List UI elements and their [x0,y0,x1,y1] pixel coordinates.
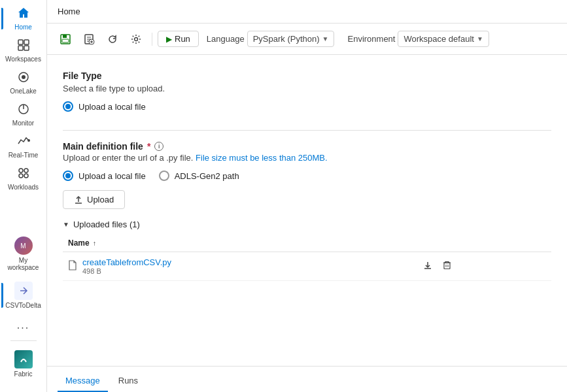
svg-point-9 [19,169,23,172]
main-def-adls-label: ADLS-Gen2 path [175,171,239,181]
sidebar-item-monitor-label: Monitor [12,120,34,127]
main-def-title: Main definition file [63,141,143,152]
sidebar-item-workspaces-label: Workspaces [5,56,41,63]
svg-rect-14 [63,35,67,38]
file-type-title: File Type [63,71,551,81]
language-chevron-icon: ▼ [322,35,329,42]
sidebar-item-onelake[interactable]: OneLake [1,67,46,99]
uploaded-header[interactable]: ▼ Uploaded files (1) [63,220,551,229]
language-value: PySpark (Python) [253,34,320,44]
tab-runs-label: Runs [118,376,138,385]
tab-message-label: Message [65,376,100,385]
sidebar-item-monitor[interactable]: Monitor [1,99,46,131]
svg-point-11 [19,174,23,178]
language-select[interactable]: PySpark (Python) ▼ [247,31,335,47]
save-button[interactable] [55,29,76,50]
env-group: Environment Workspace default ▼ [347,31,489,47]
desc-highlight: File size must be less than 250MB. [196,153,328,163]
main-def-adls-option[interactable]: ADLS-Gen2 path [159,171,239,181]
file-type-local-radio[interactable] [63,101,73,112]
page-title: Home [58,7,80,16]
upload-label: Upload [87,195,114,204]
home-icon [17,7,30,22]
main-def-desc: Upload or enter the url of a .py file. F… [63,153,551,163]
main-def-section: Main definition file * i Upload or enter… [63,141,551,286]
avatar: M [14,237,33,255]
svg-point-10 [24,169,28,172]
delete-button[interactable] [440,259,454,273]
toolbar-divider [152,33,152,46]
main-def-local-radio[interactable] [63,171,73,181]
run-label: Run [175,34,190,44]
svg-rect-15 [62,39,69,42]
file-actions-cell [415,252,551,281]
env-value: Workspace default [404,34,473,44]
tab-runs[interactable]: Runs [111,370,146,392]
language-label: Language [207,34,245,44]
refresh-button[interactable] [102,29,123,50]
file-size: 498 B [82,267,171,275]
sidebar-item-csvtodelta[interactable]: CSVToDelta [1,278,46,313]
main-def-local-radio-fill [65,173,71,178]
tab-message[interactable]: Message [58,370,108,392]
sidebar-item-more[interactable]: ... [1,316,46,335]
file-name-cell: createTablefromCSV.py 498 B [63,252,415,281]
settings-button[interactable] [126,29,146,50]
col-name[interactable]: Name ↑ [63,235,415,252]
sidebar-divider [10,340,37,341]
env-label: Environment [347,34,395,44]
env-chevron-icon: ▼ [477,35,483,42]
file-type-local-option[interactable]: Upload a local file [63,101,551,112]
svg-point-23 [135,37,138,41]
sidebar-item-realtime[interactable]: Real-Time [1,131,46,163]
uploaded-chevron-icon: ▼ [63,221,69,228]
col-actions [415,235,551,252]
file-icon [68,260,77,272]
sidebar-item-csvtodelta-label: CSVToDelta [5,302,41,309]
svg-rect-0 [18,40,23,44]
workspaces-icon [17,39,30,54]
run-icon: ▶ [166,35,172,44]
run-button[interactable]: ▶ Run [158,31,199,47]
svg-point-8 [27,139,30,142]
sidebar-item-home[interactable]: Home [1,3,46,35]
csvtodelta-icon [14,282,33,300]
content-area: File Type Select a file type to upload. … [47,55,567,366]
main-def-label: Main definition file * i [63,141,551,152]
info-icon[interactable]: i [154,142,163,151]
bottom-tabs: Message Runs [47,366,567,392]
sidebar-item-myworkspace[interactable]: M My workspace [1,233,46,275]
file-type-local-radio-fill [65,104,71,109]
sort-icon: ↑ [93,240,96,247]
upload-button[interactable]: Upload [63,190,125,209]
toolbar: ▶ Run Language PySpark (Python) ▼ Enviro… [47,24,567,55]
sidebar-item-workspaces[interactable]: Workspaces [1,35,46,67]
download-button[interactable] [421,259,435,273]
main-area: Home [47,0,567,392]
file-type-options: Upload a local file [63,101,551,112]
file-type-sub: Select a file type to upload. [63,84,551,93]
main-def-local-option[interactable]: Upload a local file [63,171,146,181]
main-def-adls-radio[interactable] [159,171,169,181]
file-type-local-label: Upload a local file [78,102,146,112]
realtime-icon [17,135,30,150]
table-row: createTablefromCSV.py 498 B [63,252,551,281]
sidebar-item-onelake-label: OneLake [10,88,37,95]
required-star: * [147,141,150,152]
sidebar-item-more-label: ... [17,319,29,331]
section-divider-1 [63,130,551,131]
main-def-local-label: Upload a local file [78,171,146,181]
uploaded-header-label: Uploaded files (1) [73,220,140,229]
file-table: Name ↑ [63,235,551,281]
fabric-icon [14,350,33,368]
main-def-options: Upload a local file ADLS-Gen2 path [63,171,551,181]
onelake-icon [17,71,30,86]
svg-point-12 [24,174,28,178]
new-button[interactable] [78,29,99,50]
svg-rect-2 [18,46,23,50]
env-select[interactable]: Workspace default ▼ [398,31,489,47]
topbar: Home [47,0,567,24]
file-type-section: File Type Select a file type to upload. … [63,71,551,125]
sidebar-item-workloads[interactable]: Workloads [1,163,46,195]
sidebar-item-fabric[interactable]: Fabric [1,346,46,382]
